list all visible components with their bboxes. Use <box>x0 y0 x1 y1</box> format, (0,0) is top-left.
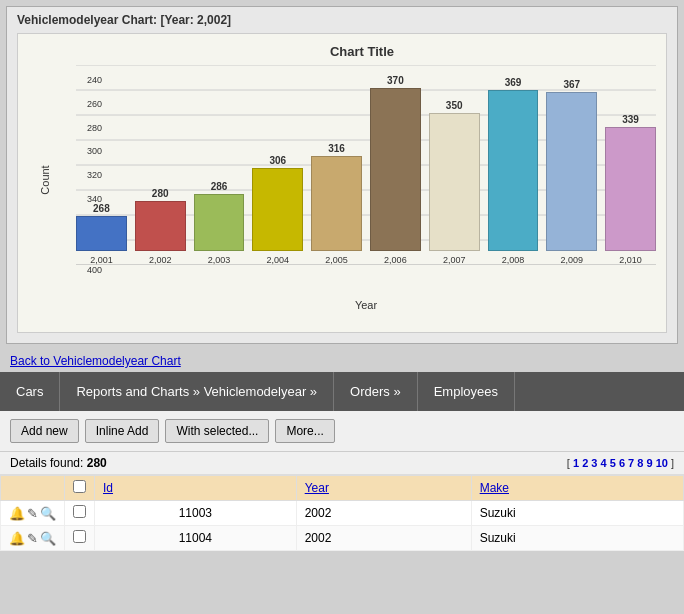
sort-id-link[interactable]: Id <box>103 481 113 495</box>
nav-item-orders[interactable]: Orders » <box>334 372 418 411</box>
toolbar: Add new Inline Add With selected... More… <box>0 411 684 452</box>
x-axis-label: Year <box>76 299 656 311</box>
sort-year-link[interactable]: Year <box>305 481 329 495</box>
row-make: Suzuki <box>471 501 683 526</box>
bars-container: 268 2,001 280 2,002 286 2,003 306 2,004 … <box>76 65 656 265</box>
bar-group-2010: 339 2,010 <box>605 114 656 265</box>
edit-icon[interactable]: 🔔 <box>9 506 25 521</box>
bar-rect <box>605 127 656 251</box>
table-row: 🔔 ✎ 🔍 11003 2002 Suzuki <box>1 501 684 526</box>
nav-item-reports[interactable]: Reports and Charts » Vehiclemodelyear » <box>60 372 334 411</box>
page-4[interactable]: 4 <box>601 457 607 469</box>
bar-value: 367 <box>563 79 580 90</box>
page-8[interactable]: 8 <box>637 457 643 469</box>
row-id: 11004 <box>95 526 297 551</box>
page-9[interactable]: 9 <box>646 457 652 469</box>
details-found-label: Details found: 280 <box>10 456 107 470</box>
bar-group-2005: 316 2,005 <box>311 143 362 265</box>
row-id: 11003 <box>95 501 297 526</box>
view-icon[interactable]: ✎ <box>27 531 38 546</box>
back-link-container: Back to Vehiclemodelyear Chart <box>0 350 684 372</box>
bar-value: 306 <box>269 155 286 166</box>
bar-value: 268 <box>93 203 110 214</box>
edit-icon[interactable]: 🔔 <box>9 531 25 546</box>
page-10[interactable]: 10 <box>656 457 668 469</box>
bar-group-2001: 268 2,001 <box>76 203 127 265</box>
bar-rect <box>311 156 362 251</box>
th-checkbox <box>65 476 95 501</box>
bar-label: 2,001 <box>90 255 113 265</box>
add-new-button[interactable]: Add new <box>10 419 79 443</box>
bar-label: 2,003 <box>208 255 231 265</box>
row-actions-cell: 🔔 ✎ 🔍 <box>1 501 65 526</box>
bar-group-2007: 350 2,007 <box>429 100 480 265</box>
bar-value: 286 <box>211 181 228 192</box>
chart-panel: Vehiclemodelyear Chart: [Year: 2,002] Ch… <box>6 6 678 344</box>
nav-bar: Cars Reports and Charts » Vehiclemodelye… <box>0 372 684 411</box>
bar-group-2003: 286 2,003 <box>194 181 245 265</box>
bar-label: 2,009 <box>561 255 584 265</box>
bar-label: 2,007 <box>443 255 466 265</box>
bar-value: 339 <box>622 114 639 125</box>
page-3[interactable]: 3 <box>591 457 597 469</box>
bar-rect <box>135 201 186 251</box>
table-row: 🔔 ✎ 🔍 11004 2002 Suzuki <box>1 526 684 551</box>
inline-add-button[interactable]: Inline Add <box>85 419 160 443</box>
bar-group-2006: 370 2,006 <box>370 75 421 265</box>
bar-label: 2,002 <box>149 255 172 265</box>
view-icon[interactable]: ✎ <box>27 506 38 521</box>
row-year: 2002 <box>296 526 471 551</box>
row-checkbox[interactable] <box>73 505 86 518</box>
bar-group-2002: 280 2,002 <box>135 188 186 265</box>
bar-group-2009: 367 2,009 <box>546 79 597 265</box>
select-all-checkbox[interactable] <box>73 480 86 493</box>
bar-label: 2,004 <box>267 255 290 265</box>
bar-label: 2,005 <box>325 255 348 265</box>
bar-rect <box>370 88 421 251</box>
bar-rect <box>429 113 480 251</box>
bar-group-2004: 306 2,004 <box>252 155 303 265</box>
back-link[interactable]: Back to Vehiclemodelyear Chart <box>10 354 181 368</box>
bar-rect <box>546 92 597 251</box>
bar-rect <box>252 168 303 251</box>
chart-panel-title: Vehiclemodelyear Chart: [Year: 2,002] <box>17 13 667 27</box>
page-5[interactable]: 5 <box>610 457 616 469</box>
search-icon[interactable]: 🔍 <box>40 506 56 521</box>
sort-make-link[interactable]: Make <box>480 481 509 495</box>
y-axis-label: Count <box>39 165 51 194</box>
details-bar: Details found: 280 [ 1 2 3 4 5 6 7 8 9 1… <box>0 452 684 475</box>
data-table: Id Year Make 🔔 ✎ 🔍 11003 2002 Suzuki 🔔 ✎… <box>0 475 684 551</box>
bar-rect <box>76 216 127 251</box>
th-id: Id <box>95 476 297 501</box>
bar-group-2008: 369 2,008 <box>488 77 539 265</box>
page-6[interactable]: 6 <box>619 457 625 469</box>
more-button[interactable]: More... <box>275 419 334 443</box>
row-checkbox[interactable] <box>73 530 86 543</box>
bar-value: 316 <box>328 143 345 154</box>
search-icon[interactable]: 🔍 <box>40 531 56 546</box>
bar-value: 369 <box>505 77 522 88</box>
chart-inner-title: Chart Title <box>68 44 656 59</box>
page-2[interactable]: 2 <box>582 457 588 469</box>
page-1[interactable]: 1 <box>573 457 579 469</box>
nav-item-cars[interactable]: Cars <box>0 372 60 411</box>
nav-item-employees[interactable]: Employees <box>418 372 515 411</box>
th-year: Year <box>296 476 471 501</box>
bar-label: 2,008 <box>502 255 525 265</box>
page-7[interactable]: 7 <box>628 457 634 469</box>
bar-value: 280 <box>152 188 169 199</box>
with-selected-button[interactable]: With selected... <box>165 419 269 443</box>
th-actions <box>1 476 65 501</box>
bar-rect <box>194 194 245 251</box>
row-actions-cell: 🔔 ✎ 🔍 <box>1 526 65 551</box>
bar-rect <box>488 90 539 251</box>
row-year: 2002 <box>296 501 471 526</box>
details-count: 280 <box>87 456 107 470</box>
pagination: [ 1 2 3 4 5 6 7 8 9 10 ] <box>567 457 674 469</box>
th-make: Make <box>471 476 683 501</box>
row-make: Suzuki <box>471 526 683 551</box>
row-checkbox-cell <box>65 526 95 551</box>
row-checkbox-cell <box>65 501 95 526</box>
chart-container: Chart Title Count 400 380 360 340 320 30… <box>17 33 667 333</box>
bar-label: 2,010 <box>619 255 642 265</box>
